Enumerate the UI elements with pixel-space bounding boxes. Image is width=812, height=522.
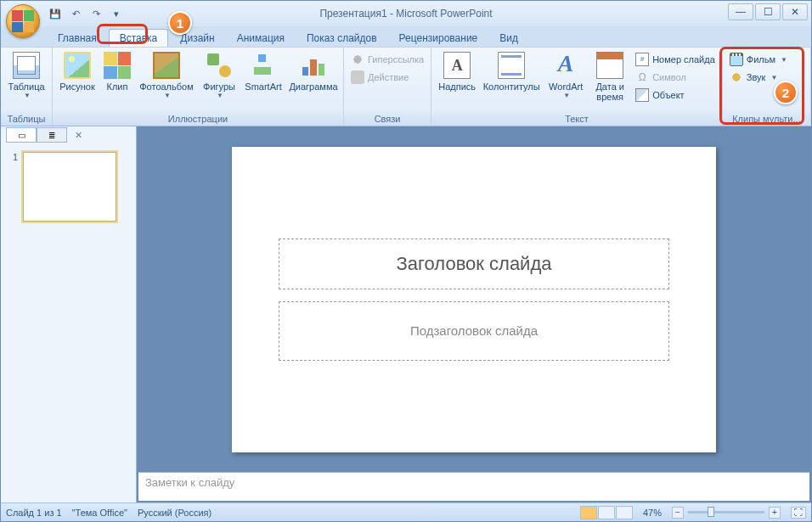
chevron-down-icon: ▼: [770, 74, 777, 81]
film-icon: [730, 53, 743, 66]
undo-button[interactable]: ↶: [68, 6, 83, 21]
movie-button[interactable]: Фильм ▼: [726, 51, 791, 68]
group-label: Связи: [344, 112, 431, 126]
zoom-in-button[interactable]: +: [769, 507, 781, 519]
app-window: 💾 ↶ ↷ ▾ Презентация1 - Microsoft PowerPo…: [0, 0, 812, 522]
title-placeholder[interactable]: Заголовок слайда: [279, 239, 669, 289]
workspace: 1 Заголовок слайда Подзаголовок слайда З…: [1, 126, 811, 502]
group-tables: Таблица ▼ Таблицы: [1, 48, 53, 126]
normal-view-button[interactable]: [580, 506, 597, 519]
maximize-button[interactable]: ☐: [755, 3, 781, 20]
tab-home[interactable]: Главная: [48, 30, 107, 47]
slideshow-view-button[interactable]: [616, 506, 633, 519]
slides-outline-tabs: ▭ ≣ ✕: [6, 126, 84, 143]
zoom-thumb[interactable]: [708, 507, 714, 517]
sound-icon: [730, 70, 743, 84]
wordart-icon: A: [552, 52, 579, 79]
chart-button[interactable]: Диаграмма: [287, 49, 340, 94]
group-links: Гиперссылка Действие Связи: [344, 48, 431, 126]
chevron-down-icon: ▼: [781, 56, 787, 64]
smartart-icon: [250, 52, 277, 79]
tab-view[interactable]: Вид: [489, 30, 528, 47]
office-button[interactable]: [6, 4, 40, 38]
date-icon: [596, 52, 623, 79]
textbox-button[interactable]: A Надпись: [435, 49, 479, 94]
thumb-number: 1: [13, 152, 18, 222]
theme-name: "Тема Office": [72, 508, 127, 518]
group-label: Текст: [431, 112, 722, 126]
language-indicator[interactable]: Русский (Россия): [138, 508, 211, 518]
shapes-button[interactable]: Фигуры ▼: [199, 49, 240, 102]
table-button[interactable]: Таблица ▼: [4, 49, 48, 102]
badge-2: 2: [774, 81, 798, 104]
picture-button[interactable]: Рисунок: [56, 49, 99, 94]
clip-icon: [104, 52, 131, 79]
slide-counter: Слайд 1 из 1: [6, 508, 62, 518]
group-label: Таблицы: [1, 112, 52, 126]
slide[interactable]: Заголовок слайда Подзаголовок слайда: [232, 147, 716, 452]
textbox-icon: A: [443, 52, 471, 79]
ribbon-tabs: Главная Вставка Дизайн Анимация Показ сл…: [1, 26, 811, 47]
thumb-preview: [23, 152, 116, 222]
action-icon: [351, 70, 364, 84]
headerfooter-icon: [498, 52, 525, 79]
hyperlink-button: Гиперссылка: [347, 51, 427, 68]
outline-tab[interactable]: ≣: [37, 127, 67, 143]
headerfooter-button[interactable]: Колонтитулы: [481, 49, 542, 94]
datetime-button[interactable]: Дата и время: [589, 49, 630, 104]
clip-button[interactable]: Клип: [100, 49, 134, 94]
sorter-view-button[interactable]: [598, 506, 615, 519]
tab-slideshow[interactable]: Показ слайдов: [296, 30, 387, 47]
notes-pane[interactable]: Заметки к слайду: [138, 472, 809, 501]
zoom-slider[interactable]: − +: [672, 507, 781, 519]
subtitle-placeholder[interactable]: Подзаголовок слайда: [279, 301, 669, 361]
symbol-icon: Ω: [635, 70, 649, 84]
group-media: Фильм ▼ Звук ▼ Клипы мульти...: [723, 48, 811, 126]
object-button[interactable]: Объект: [632, 87, 719, 104]
close-button[interactable]: ✕: [782, 3, 808, 20]
table-icon: [13, 52, 40, 79]
close-panel-button[interactable]: ✕: [72, 129, 84, 141]
zoom-out-button[interactable]: −: [672, 507, 684, 519]
zoom-level[interactable]: 47%: [643, 508, 662, 518]
badge-1: 1: [168, 11, 192, 35]
group-label: Иллюстрации: [53, 112, 343, 126]
wordart-button[interactable]: A WordArt ▼: [544, 49, 588, 102]
quick-access-toolbar: 💾 ↶ ↷ ▾: [48, 6, 124, 21]
chevron-down-icon: ▼: [217, 92, 223, 99]
tab-insert[interactable]: Вставка: [109, 29, 169, 47]
slide-canvas[interactable]: Заголовок слайда Подзаголовок слайда: [137, 126, 811, 472]
statusbar: Слайд 1 из 1 "Тема Office" Русский (Росс…: [1, 502, 811, 521]
redo-button[interactable]: ↷: [88, 6, 104, 21]
symbol-button: Ω Символ: [632, 69, 719, 86]
save-button[interactable]: 💾: [48, 6, 63, 21]
thumbnails-panel: 1: [1, 126, 137, 502]
album-icon: [153, 52, 180, 79]
group-label: Клипы мульти...: [723, 112, 810, 126]
slidenumber-icon: #: [635, 53, 649, 66]
minimize-button[interactable]: —: [728, 3, 753, 20]
fit-button[interactable]: ⛶: [791, 507, 806, 519]
object-icon: [635, 88, 649, 102]
slides-tab[interactable]: ▭: [6, 127, 37, 143]
titlebar: 💾 ↶ ↷ ▾ Презентация1 - Microsoft PowerPo…: [1, 1, 811, 26]
smartart-button[interactable]: SmartArt: [241, 49, 285, 94]
slide-thumbnail[interactable]: 1: [13, 152, 124, 222]
ribbon: Таблица ▼ Таблицы Рисунок Клип Фотоальбо…: [1, 47, 811, 126]
tab-animation[interactable]: Анимация: [227, 30, 295, 47]
view-buttons: [580, 506, 633, 519]
group-illustrations: Рисунок Клип Фотоальбом ▼ Фигуры ▼: [53, 48, 344, 126]
photoalbum-button[interactable]: Фотоальбом ▼: [136, 49, 197, 102]
hyperlink-icon: [351, 53, 364, 66]
slidenumber-button[interactable]: # Номер слайда: [632, 51, 719, 68]
chevron-down-icon: ▼: [24, 92, 31, 99]
slide-area: Заголовок слайда Подзаголовок слайда Зам…: [137, 126, 811, 502]
shapes-icon: [206, 52, 233, 79]
picture-icon: [64, 52, 91, 79]
group-text: A Надпись Колонтитулы A WordArt ▼ Дата и…: [431, 48, 723, 126]
qat-customize-icon[interactable]: ▾: [109, 6, 124, 21]
chevron-down-icon: ▼: [563, 92, 570, 99]
window-controls: — ☐ ✕: [728, 3, 808, 20]
zoom-track[interactable]: [688, 511, 764, 514]
tab-review[interactable]: Рецензирование: [389, 30, 488, 47]
